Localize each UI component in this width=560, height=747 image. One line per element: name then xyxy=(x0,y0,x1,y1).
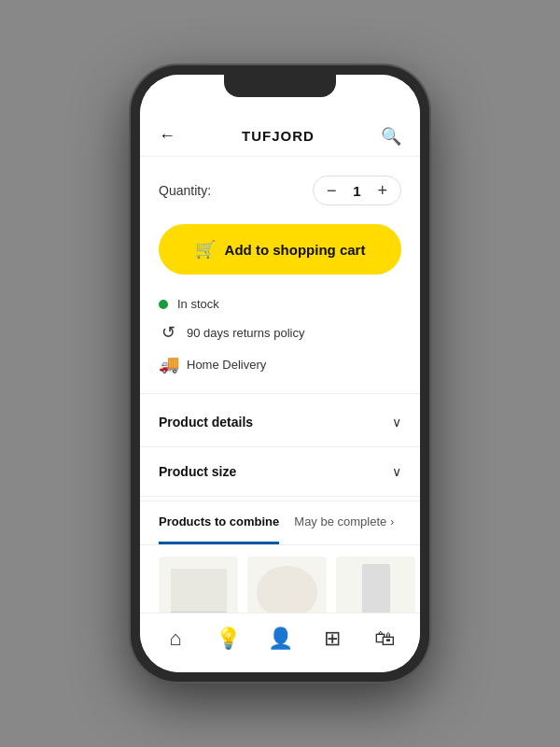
partial-image xyxy=(362,564,390,613)
product-size-accordion[interactable]: Product size ∨ xyxy=(140,447,420,497)
dresser-image xyxy=(171,569,227,613)
quantity-value: 1 xyxy=(349,183,364,199)
quantity-increase-button[interactable]: + xyxy=(377,182,387,199)
returns-icon: ↺ xyxy=(159,322,177,343)
ideas-nav-icon[interactable]: 💡 xyxy=(209,620,246,657)
back-button[interactable]: ← xyxy=(159,126,175,146)
add-to-cart-label: Add to shopping cart xyxy=(225,242,366,258)
delivery-info: 🚚 Home Delivery xyxy=(159,354,401,374)
cart-icon: 🛒 xyxy=(195,239,216,260)
search-icon[interactable]: 🔍 xyxy=(381,126,401,147)
tabs-row: Products to combine May be complete › xyxy=(140,501,420,545)
product-thumbnail-3[interactable] xyxy=(336,557,415,613)
quantity-decrease-button[interactable]: − xyxy=(327,182,337,199)
product-details-accordion[interactable]: Product details ∨ xyxy=(140,398,420,447)
quantity-row: Quantity: − 1 + xyxy=(140,157,420,220)
store-nav-icon[interactable]: ⊞ xyxy=(314,620,351,657)
info-section: In stock ↺ 90 days returns policy 🚚 Home… xyxy=(140,293,420,389)
pillow-image xyxy=(257,566,317,613)
quantity-label: Quantity: xyxy=(159,183,211,198)
main-content: Quantity: − 1 + 🛒 Add to shopping cart I… xyxy=(140,157,420,613)
product-thumbnail-1[interactable] xyxy=(159,557,238,613)
tab-arrow-icon: › xyxy=(390,515,394,529)
product-thumbnail-2[interactable] xyxy=(247,557,327,613)
divider-1 xyxy=(140,393,420,394)
chevron-down-icon: ∨ xyxy=(392,415,401,430)
in-stock-indicator xyxy=(159,300,168,309)
profile-nav-icon[interactable]: 👤 xyxy=(261,620,299,657)
truck-icon: 🚚 xyxy=(159,354,177,374)
quantity-control: − 1 + xyxy=(313,176,401,205)
chevron-down-icon-2: ∨ xyxy=(392,464,401,479)
tab-may-be-complete[interactable]: May be complete › xyxy=(294,501,394,544)
cart-nav-icon[interactable]: 🛍 xyxy=(366,620,403,657)
bottom-nav: ⌂ 💡 👤 ⊞ 🛍 xyxy=(140,613,420,672)
add-to-cart-button[interactable]: 🛒 Add to shopping cart xyxy=(159,224,401,275)
product-size-label: Product size xyxy=(159,464,236,479)
home-nav-icon[interactable]: ⌂ xyxy=(157,620,194,657)
tab-complete-label: May be complete xyxy=(294,514,386,529)
page-title: TUFJORD xyxy=(242,128,315,144)
thumbnails-row xyxy=(140,545,420,613)
returns-info: ↺ 90 days returns policy xyxy=(159,322,401,343)
stock-text: In stock xyxy=(177,297,219,311)
returns-text: 90 days returns policy xyxy=(187,326,304,340)
notch xyxy=(224,75,336,97)
tab-products-label: Products to combine xyxy=(159,514,279,529)
tab-products-to-combine[interactable]: Products to combine xyxy=(159,501,279,544)
stock-info: In stock xyxy=(159,297,401,311)
delivery-text: Home Delivery xyxy=(187,358,266,372)
tabs-section: Products to combine May be complete › xyxy=(140,500,420,613)
product-details-label: Product details xyxy=(159,415,253,430)
header: ← TUFJORD 🔍 xyxy=(140,116,420,157)
